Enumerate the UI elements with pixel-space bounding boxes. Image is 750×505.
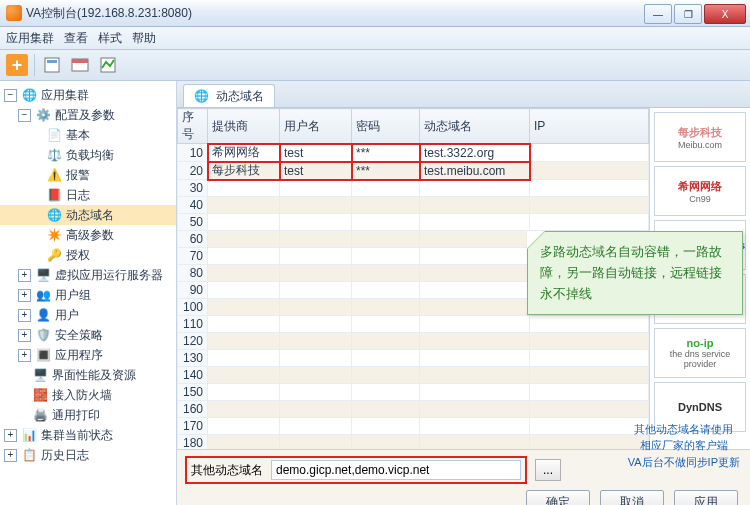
- ok-button[interactable]: 确定: [526, 490, 590, 505]
- app-window: VA控制台(192.168.8.231:8080) — ❐ X 应用集群 查看 …: [0, 0, 750, 505]
- tree-ui-perf[interactable]: 🖥️界面性能及资源: [0, 365, 176, 385]
- printer-icon: 🖨️: [32, 407, 48, 423]
- tree-alarm[interactable]: ⚠️报警: [0, 165, 176, 185]
- table-row[interactable]: 140: [178, 367, 649, 384]
- other-ddns-group: 其他动态域名: [185, 456, 527, 484]
- scale-icon: ⚖️: [46, 147, 62, 163]
- star-icon: ✴️: [46, 227, 62, 243]
- users-icon: 👥: [35, 287, 51, 303]
- chart-icon: 📊: [21, 427, 37, 443]
- tree-config[interactable]: −⚙️配置及参数: [0, 105, 176, 125]
- annotation-note: 多路动态域名自动容错，一路故障，另一路自动链接，远程链接永不掉线: [527, 231, 743, 315]
- hint-text: 其他动态域名请使用 相应厂家的客户端 VA后台不做同步IP更新: [628, 421, 740, 471]
- table-row[interactable]: 180: [178, 435, 649, 450]
- tree-advanced[interactable]: ✴️高级参数: [0, 225, 176, 245]
- tree-history[interactable]: +📋历史日志: [0, 445, 176, 465]
- tree-ddns[interactable]: 🌐动态域名: [0, 205, 176, 225]
- table-row[interactable]: 20每步科技test***test.meibu.com: [178, 162, 649, 180]
- menu-view[interactable]: 查看: [64, 30, 88, 47]
- tree-firewall[interactable]: 🧱接入防火墙: [0, 385, 176, 405]
- app-icon: [6, 5, 22, 21]
- tree-basic[interactable]: 📄基本: [0, 125, 176, 145]
- table-row[interactable]: 110: [178, 316, 649, 333]
- provider-logo[interactable]: 希网网络Cn99: [654, 166, 746, 216]
- table-row[interactable]: 170: [178, 418, 649, 435]
- maximize-button[interactable]: ❐: [674, 4, 702, 24]
- tree-vserver[interactable]: +🖥️虚拟应用运行服务器: [0, 265, 176, 285]
- user-icon: 👤: [35, 307, 51, 323]
- provider-logo[interactable]: 每步科技Meibu.com: [654, 112, 746, 162]
- other-ddns-label: 其他动态域名: [191, 462, 263, 479]
- tree-user[interactable]: +👤用户: [0, 305, 176, 325]
- key-icon: 🔑: [46, 247, 62, 263]
- warn-icon: ⚠️: [46, 167, 62, 183]
- table-row[interactable]: 160: [178, 401, 649, 418]
- wall-icon: 🧱: [32, 387, 48, 403]
- table-row[interactable]: 120: [178, 333, 649, 350]
- globe-icon: 🌐: [46, 207, 62, 223]
- monitor-icon: 🖥️: [32, 367, 48, 383]
- globe-icon: 🌐: [194, 89, 208, 103]
- other-ddns-input[interactable]: [271, 460, 521, 480]
- col-user[interactable]: 用户名: [280, 109, 352, 144]
- window-title: VA控制台(192.168.8.231:8080): [26, 5, 642, 22]
- col-pwd[interactable]: 密码: [352, 109, 420, 144]
- doc-icon: 📄: [46, 127, 62, 143]
- grid-icon: 🔳: [35, 347, 51, 363]
- tabstrip: 🌐动态域名: [177, 81, 750, 108]
- toolbar-icon-1[interactable]: [41, 54, 63, 76]
- table-row[interactable]: 150: [178, 384, 649, 401]
- titlebar[interactable]: VA控制台(192.168.8.231:8080) — ❐ X: [0, 0, 750, 27]
- tab-ddns[interactable]: 🌐动态域名: [183, 84, 275, 107]
- close-button[interactable]: X: [704, 4, 746, 24]
- col-provider[interactable]: 提供商: [208, 109, 280, 144]
- tree-log[interactable]: 📕日志: [0, 185, 176, 205]
- tree-usergroup[interactable]: +👥用户组: [0, 285, 176, 305]
- toolbar-icon-3[interactable]: [97, 54, 119, 76]
- gear-icon: ⚙️: [35, 107, 51, 123]
- table-row[interactable]: 40: [178, 197, 649, 214]
- toolbar-icon-2[interactable]: [69, 54, 91, 76]
- menu-help[interactable]: 帮助: [132, 30, 156, 47]
- tree-root[interactable]: −🌐应用集群: [0, 85, 176, 105]
- col-domain[interactable]: 动态域名: [420, 109, 530, 144]
- col-seq[interactable]: 序号: [178, 109, 208, 144]
- main-panel: 🌐动态域名 序号 提供商 用户名 密码 动态域名 IP 1: [177, 81, 750, 505]
- menu-style[interactable]: 样式: [98, 30, 122, 47]
- table-row[interactable]: 30: [178, 180, 649, 197]
- toolbar: +: [0, 50, 750, 81]
- globe-icon: 🌐: [21, 87, 37, 103]
- book-icon: 📕: [46, 187, 62, 203]
- svg-rect-1: [47, 60, 57, 63]
- minimize-button[interactable]: —: [644, 4, 672, 24]
- shield-icon: 🛡️: [35, 327, 51, 343]
- menu-app-cluster[interactable]: 应用集群: [6, 30, 54, 47]
- tree-print[interactable]: 🖨️通用打印: [0, 405, 176, 425]
- col-ip[interactable]: IP: [530, 109, 649, 144]
- tree-apps[interactable]: +🔳应用程序: [0, 345, 176, 365]
- table-row[interactable]: 130: [178, 350, 649, 367]
- svg-rect-3: [72, 59, 88, 63]
- tree-license[interactable]: 🔑授权: [0, 245, 176, 265]
- cancel-button[interactable]: 取消: [600, 490, 664, 505]
- tree-status[interactable]: +📊集群当前状态: [0, 425, 176, 445]
- menubar: 应用集群 查看 样式 帮助: [0, 27, 750, 50]
- apply-button[interactable]: 应用: [674, 490, 738, 505]
- tree-loadbalance[interactable]: ⚖️负载均衡: [0, 145, 176, 165]
- server-icon: 🖥️: [35, 267, 51, 283]
- add-button[interactable]: +: [6, 54, 28, 76]
- sidebar: −🌐应用集群 −⚙️配置及参数 📄基本 ⚖️负载均衡 ⚠️报警 📕日志 🌐动态域…: [0, 81, 177, 505]
- history-icon: 📋: [21, 447, 37, 463]
- table-row[interactable]: 10希网网络test***test.3322.org: [178, 144, 649, 162]
- provider-logo[interactable]: no-ipthe dns service provider: [654, 328, 746, 378]
- browse-button[interactable]: ...: [535, 459, 561, 481]
- tree-security[interactable]: +🛡️安全策略: [0, 325, 176, 345]
- table-row[interactable]: 50: [178, 214, 649, 231]
